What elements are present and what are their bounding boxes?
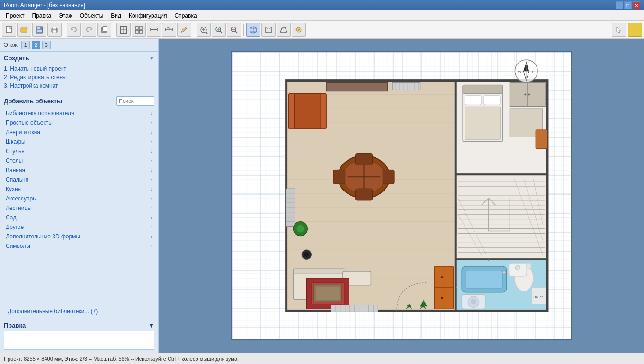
obj-chairs[interactable]: Стулья › (4, 146, 154, 156)
menu-project[interactable]: Проект (2, 11, 28, 20)
minimize-button[interactable]: — (616, 1, 623, 9)
floor-plan[interactable]: Boiler W E N (231, 51, 572, 340)
save-button[interactable] (32, 23, 46, 37)
create-section: Создать ▼ 1. Начать новый проект 2. Реда… (0, 52, 158, 93)
obj-kitchen[interactable]: Кухня › (4, 184, 154, 194)
menu-objects[interactable]: Объекты (76, 11, 107, 20)
obj-3d-forms[interactable]: Дополнительные 3D формы › (4, 232, 154, 241)
print-button[interactable] (47, 23, 62, 37)
sep1 (64, 24, 64, 36)
obj-stairs[interactable]: Лестницы › (4, 203, 154, 213)
obj-tables[interactable]: Столы › (4, 156, 154, 165)
grid-button[interactable] (132, 23, 146, 37)
left-panel: Этаж 1 2 3 Создать ▼ 1. Начать новый про… (0, 39, 159, 353)
obj-accessories[interactable]: Аксессуары › (4, 194, 154, 203)
sep3 (194, 24, 194, 36)
obj-bedroom[interactable]: Спальня › (4, 175, 154, 184)
obj-user-library[interactable]: Библиотека пользователя › (4, 109, 154, 118)
zoom-out-button[interactable] (227, 23, 241, 37)
new-button[interactable] (2, 23, 16, 37)
edit-section: Правка ▼ (0, 318, 158, 353)
svg-rect-82 (288, 93, 294, 129)
svg-rect-15 (135, 30, 138, 33)
svg-rect-88 (355, 154, 372, 165)
svg-rect-141 (458, 177, 545, 257)
svg-rect-90 (333, 170, 345, 184)
create-section-header: Создать ▼ (4, 55, 154, 62)
statusbar: Проект: 8255 × 8400 мм, Этаж: 2/3 -- Мас… (0, 353, 644, 364)
obj-symbols[interactable]: Символы › (4, 241, 154, 251)
svg-rect-140 (536, 130, 547, 149)
menu-floor[interactable]: Этаж (55, 11, 76, 20)
floor-tab-1[interactable]: 1 (21, 41, 30, 49)
create-room-settings[interactable]: 3. Настройка комнат (4, 82, 154, 90)
obj-garden[interactable]: Сад › (4, 213, 154, 222)
svg-point-103 (304, 252, 309, 257)
perspective-button[interactable] (277, 23, 291, 37)
walls-button[interactable] (116, 23, 131, 37)
svg-rect-105 (293, 269, 345, 273)
floor-tab-2[interactable]: 2 (32, 41, 40, 49)
measure-button[interactable] (147, 23, 161, 37)
obj-arrow-icon: › (151, 234, 152, 239)
edit-title: Правка (4, 322, 26, 329)
view3d-box-button[interactable] (246, 23, 260, 37)
menu-edit[interactable]: Правка (28, 11, 55, 20)
add-objects-title: Добавить объекты (4, 98, 62, 105)
search-input[interactable] (116, 96, 154, 106)
open-button[interactable] (17, 23, 31, 37)
obj-wardrobes[interactable]: Шкафы › (4, 137, 154, 146)
obj-other[interactable]: Другое › (4, 222, 154, 232)
menu-config[interactable]: Конфигурация (125, 11, 171, 20)
info-button[interactable]: i (628, 23, 642, 37)
obj-simple[interactable]: Простые объекты › (4, 118, 154, 127)
create-new-project[interactable]: 1. Начать новый проект (4, 64, 154, 73)
svg-point-168 (502, 271, 506, 274)
canvas-area[interactable]: Boiler W E N (159, 39, 644, 353)
svg-point-39 (298, 29, 300, 31)
floor-tab-3[interactable]: 3 (42, 41, 51, 49)
svg-line-30 (220, 31, 222, 33)
libraries-link[interactable]: Дополнительные библиотеки... (7) (4, 305, 154, 318)
edit-header: Правка ▼ (4, 322, 154, 329)
cursor-button[interactable] (612, 23, 626, 37)
svg-rect-72 (326, 83, 387, 91)
obj-doors-windows[interactable]: Двери и окна › (4, 127, 154, 137)
svg-rect-13 (135, 27, 138, 29)
obj-arrow-icon: › (151, 110, 152, 116)
close-button[interactable]: ✕ (633, 1, 640, 9)
obj-bathroom[interactable]: Ванная › (4, 165, 154, 175)
status-text: Проект: 8255 × 8400 мм, Этаж: 2/3 -- Мас… (4, 356, 239, 362)
floor-plan-svg[interactable]: Boiler W E N (232, 52, 571, 339)
maximize-button[interactable]: □ (624, 1, 632, 9)
window-controls: — □ ✕ (616, 1, 640, 9)
zoom-fit-button[interactable] (197, 23, 211, 37)
svg-point-7 (56, 29, 57, 30)
menu-help[interactable]: Справка (171, 11, 201, 20)
create-edit-walls[interactable]: 2. Редактировать стены (4, 73, 154, 82)
redo-button[interactable] (82, 23, 96, 37)
length-button[interactable]: 35m (162, 23, 176, 37)
svg-text:W: W (518, 70, 521, 74)
svg-point-114 (441, 276, 443, 278)
sep2 (114, 24, 114, 36)
add-objects-section: Добавить объекты Библиотека пользователя… (0, 93, 158, 318)
svg-point-138 (528, 93, 530, 95)
sep4 (243, 24, 244, 36)
undo-button[interactable] (67, 23, 81, 37)
render-button[interactable] (292, 23, 306, 37)
toolbar-right: i (612, 23, 642, 37)
view3d-top-button[interactable] (261, 23, 276, 37)
obj-arrow-icon: › (151, 148, 152, 154)
svg-rect-132 (483, 95, 500, 105)
menu-view[interactable]: Вид (107, 11, 125, 20)
svg-rect-6 (53, 27, 56, 29)
svg-text:E: E (532, 70, 534, 74)
zoom-in-button[interactable] (212, 23, 226, 37)
pencil-button[interactable] (177, 23, 191, 37)
svg-rect-73 (392, 83, 420, 90)
copy-button[interactable] (97, 23, 111, 37)
create-arrow-icon: ▼ (149, 55, 154, 61)
svg-rect-9 (103, 27, 107, 32)
svg-rect-131 (465, 95, 482, 105)
